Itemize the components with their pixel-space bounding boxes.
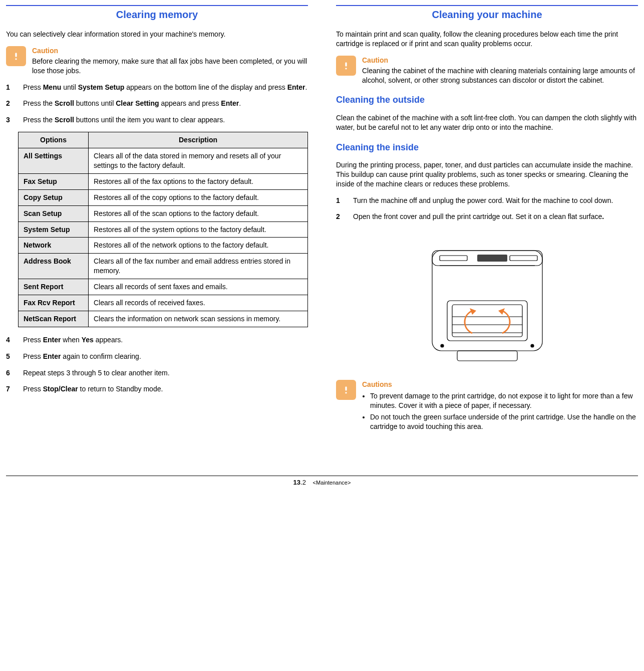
step-text: Press Stop/Clear to return to Standby mo… — [23, 384, 308, 394]
table-header-description: Description — [89, 132, 308, 148]
step-text: Press Enter when Yes appears. — [23, 335, 308, 345]
steps-clearing-cont: 4 Press Enter when Yes appears. 5 Press … — [6, 335, 308, 394]
caution-icon — [336, 380, 356, 400]
step-number: 1 — [6, 83, 15, 92]
svg-point-1 — [15, 58, 17, 60]
steps-inside: 1 Turn the machine off and unplug the po… — [336, 196, 638, 222]
svg-point-17 — [345, 392, 347, 393]
step-text: Turn the machine off and unplug the powe… — [353, 196, 638, 205]
footer-chapter: 13 — [293, 479, 300, 486]
cautions-list: To prevent damage to the print cartridge… — [362, 391, 638, 431]
table-row: Sent ReportClears all records of sent fa… — [19, 279, 308, 295]
svg-rect-9 — [447, 301, 527, 341]
option-name: Fax Setup — [19, 173, 89, 189]
option-name: Scan Setup — [19, 205, 89, 221]
option-description: Clears all of the fax number and email a… — [89, 254, 308, 279]
svg-rect-6 — [477, 255, 507, 262]
caution-item: Do not touch the green surface underside… — [370, 412, 638, 431]
caution-icon — [6, 46, 26, 66]
footer-section: <Maintenance> — [313, 480, 351, 486]
svg-rect-10 — [452, 305, 522, 337]
option-name: NetScan Report — [19, 311, 89, 327]
step-number: 5 — [6, 352, 15, 361]
caution-clearing: Caution Before clearing the memory, make… — [6, 46, 308, 76]
option-description: Clears all records of received faxes. — [89, 295, 308, 311]
subheading-outside: Cleaning the outside — [336, 94, 638, 106]
option-description: Clears all of the data stored in memory … — [89, 148, 308, 174]
paragraph-outside: Clean the cabinet of the machine with a … — [336, 113, 638, 132]
option-name: Sent Report — [19, 279, 89, 295]
table-row: All SettingsClears all of the data store… — [19, 148, 308, 174]
step-number: 3 — [6, 115, 15, 125]
heading-clearing-memory: Clearing memory — [6, 5, 308, 22]
option-name: All Settings — [19, 148, 89, 174]
table-row: System SetupRestores all of the system o… — [19, 221, 308, 238]
svg-point-3 — [345, 68, 347, 69]
subheading-inside: Cleaning the inside — [336, 141, 638, 153]
option-description: Clears the information on network scan s… — [89, 311, 308, 327]
svg-rect-11 — [457, 351, 517, 361]
step-number: 1 — [336, 196, 345, 205]
svg-point-12 — [441, 344, 444, 347]
step-number: 2 — [336, 212, 345, 221]
option-description: Restores all of the network options to t… — [89, 238, 308, 254]
heading-cleaning-machine: Cleaning your machine — [336, 5, 638, 22]
svg-rect-8 — [510, 256, 537, 261]
caution-title: Caution — [362, 56, 638, 65]
table-header-options: Options — [19, 132, 89, 148]
caution-body: Before clearing the memory, make sure th… — [32, 57, 308, 76]
svg-rect-2 — [345, 62, 347, 66]
option-description: Clears all records of sent faxes and ema… — [89, 279, 308, 295]
svg-rect-7 — [440, 256, 467, 261]
paragraph-inside: During the printing process, paper, tone… — [336, 160, 638, 189]
table-row: Fax SetupRestores all of the fax options… — [19, 173, 308, 189]
steps-clearing: 1 Press Menu until System Setup appears … — [6, 83, 308, 125]
table-row: NetworkRestores all of the network optio… — [19, 238, 308, 254]
page-columns: Clearing memory You can selectively clea… — [6, 5, 638, 440]
option-name: Network — [19, 238, 89, 254]
table-row: Address BookClears all of the fax number… — [19, 254, 308, 279]
caution-cleaning: Caution Cleaning the cabinet of the mach… — [336, 56, 638, 85]
step-text: Press Menu until System Setup appears on… — [23, 83, 308, 92]
page-footer: 13.2 <Maintenance> — [6, 476, 638, 487]
svg-rect-16 — [345, 387, 347, 391]
svg-point-13 — [531, 344, 534, 347]
step-text: Press the Scroll buttons until the item … — [23, 115, 308, 125]
table-row: NetScan ReportClears the information on … — [19, 311, 308, 327]
step-number: 2 — [6, 99, 15, 108]
step-number: 4 — [6, 335, 15, 345]
option-name: System Setup — [19, 221, 89, 238]
step-text: Press Enter again to confirm clearing. — [23, 352, 308, 361]
step-text: Open the front cover and pull the print … — [353, 212, 638, 221]
option-description: Restores all of the system options to th… — [89, 221, 308, 238]
options-table: Options Description All SettingsClears a… — [18, 132, 308, 327]
footer-page: .2 — [300, 479, 306, 486]
printer-illustration — [412, 231, 562, 371]
caution-body: Cleaning the cabinet of the machine with… — [362, 66, 638, 85]
right-column: Cleaning your machine To maintain print … — [336, 5, 638, 440]
step-text: Press the Scroll buttons until Clear Set… — [23, 99, 308, 108]
option-description: Restores all of the copy options to the … — [89, 189, 308, 205]
caution-icon — [336, 56, 356, 76]
cautions-cartridge: Cautions To prevent damage to the print … — [336, 380, 638, 433]
caution-item: To prevent damage to the print cartridge… — [370, 391, 638, 410]
table-row: Copy SetupRestores all of the copy optio… — [19, 189, 308, 205]
svg-rect-0 — [15, 53, 17, 57]
option-name: Fax Rcv Report — [19, 295, 89, 311]
option-name: Address Book — [19, 254, 89, 279]
option-description: Restores all of the scan options to the … — [89, 205, 308, 221]
left-column: Clearing memory You can selectively clea… — [6, 5, 308, 440]
step-text: Repeat steps 3 through 5 to clear anothe… — [23, 368, 308, 378]
intro-clearing-memory: You can selectively clear information st… — [6, 30, 308, 39]
step-number: 7 — [6, 384, 15, 394]
cautions-title: Cautions — [362, 380, 638, 389]
step-number: 6 — [6, 368, 15, 378]
caution-title: Caution — [32, 46, 308, 56]
intro-cleaning: To maintain print and scan quality, foll… — [336, 30, 638, 49]
table-row: Scan SetupRestores all of the scan optio… — [19, 205, 308, 221]
table-row: Fax Rcv ReportClears all records of rece… — [19, 295, 308, 311]
option-description: Restores all of the fax options to the f… — [89, 173, 308, 189]
option-name: Copy Setup — [19, 189, 89, 205]
